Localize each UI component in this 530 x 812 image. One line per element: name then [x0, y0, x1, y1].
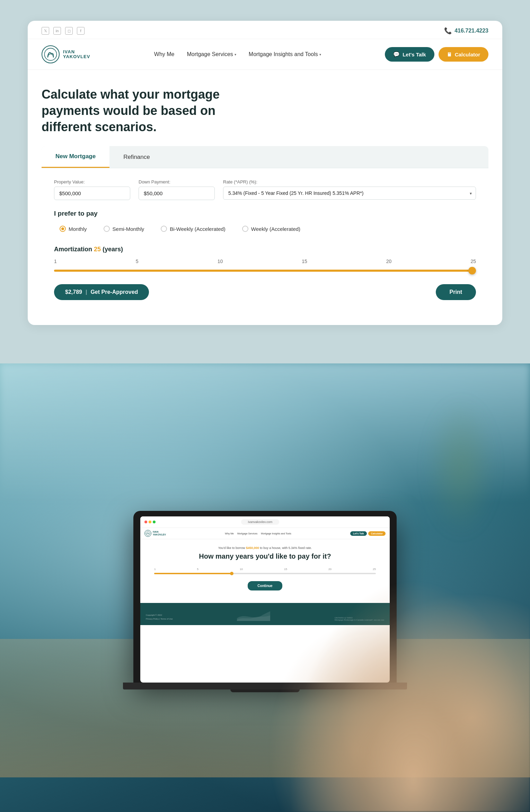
- logo-text: IVAN YAKOVLEV: [63, 49, 90, 60]
- rate-select[interactable]: 5.34% (Fixed - 5 Year Fixed (25 Yr. HR I…: [223, 187, 476, 200]
- laptop-scene: ivanvakovlev.com IVANYAKOVLEV: [123, 511, 407, 692]
- laptop-browser-header: ivanvakovlev.com: [140, 516, 390, 528]
- prefer-label: I prefer to pay: [54, 210, 476, 217]
- radio-monthly-dot: [60, 226, 66, 232]
- calculator-tabs: New Mortgage Refinance: [42, 146, 488, 168]
- amortization-value: 25: [94, 246, 101, 253]
- nav-links: Why Me Mortgage Services ▾ Mortgage Insi…: [154, 51, 321, 57]
- mini-logo-svg: [145, 531, 150, 536]
- hero-title: Calculate what your mortgage payments wo…: [42, 87, 249, 135]
- nav-why-me[interactable]: Why Me: [154, 51, 175, 57]
- laptop-stand: [230, 689, 300, 692]
- rate-label: Rate (*APR) (%):: [223, 179, 476, 184]
- option-bi-weekly[interactable]: Bi-Weekly (Accelerated): [155, 223, 231, 235]
- minimize-dot: [149, 521, 151, 523]
- weekly-label: Weekly (Accelerated): [251, 226, 300, 232]
- laptop-logo-mini: IVANYAKOVLEV: [144, 530, 166, 537]
- logo-name-bottom: YAKOVLEV: [63, 54, 90, 59]
- laptop-footer-wave-svg: [233, 607, 274, 621]
- laptop-footer: Copyright © 2022 Privacy Policy | Terms …: [140, 603, 390, 625]
- action-row: $2,789 | Get Pre-Approved Print: [54, 284, 476, 300]
- slider-labels: 1 5 10 15 20 25: [54, 259, 476, 264]
- nav-insights-tools[interactable]: Mortgage Insights and Tools ▾: [249, 51, 321, 57]
- mini-nav-why-me: Why Me: [225, 532, 234, 535]
- payment-frequency-group: Monthly Semi-Monthly Bi-Weekly (Accelera…: [54, 223, 476, 235]
- bi-weekly-label: Bi-Weekly (Accelerated): [170, 226, 226, 232]
- logo-circle: [42, 45, 60, 63]
- laptop-base: [123, 683, 407, 689]
- laptop-content: You'd like to borrow $450,000 to buy a h…: [140, 539, 390, 603]
- payment-amount: $2,789: [65, 289, 82, 295]
- property-value-label: Property Value:: [54, 179, 130, 184]
- pre-approved-label: Get Pre-Approved: [90, 289, 138, 295]
- pre-approved-button[interactable]: $2,789 | Get Pre-Approved: [54, 284, 149, 300]
- calc-icon: 🖩: [447, 52, 452, 57]
- mini-nav-insights: Mortgage Insights and Tools: [261, 532, 291, 535]
- laptop-slider-fill: [154, 573, 232, 574]
- calculator-button[interactable]: 🖩 Calculator: [439, 47, 488, 62]
- tab-refinance[interactable]: Refinance: [109, 146, 164, 168]
- facebook-icon[interactable]: f: [77, 27, 85, 35]
- option-monthly[interactable]: Monthly: [54, 223, 92, 235]
- svg-point-1: [146, 531, 150, 535]
- amortization-section: Amortization 25 (years) 1 5 10 15 20 25: [54, 246, 476, 273]
- phone-icon: 📞: [444, 27, 452, 35]
- laptop-outer: ivanvakovlev.com IVANYAKOVLEV: [133, 511, 397, 683]
- lets-talk-button[interactable]: 💬 Let's Talk: [385, 47, 434, 62]
- header-top-bar: 𝕏 in ◻ f 📞 416.721.4223: [28, 21, 502, 39]
- talk-icon: 💬: [393, 51, 400, 57]
- laptop-main-question: How many years you'd like to pay for it?: [151, 552, 379, 561]
- down-payment-input[interactable]: [139, 187, 215, 200]
- instagram-icon[interactable]: ◻: [65, 27, 73, 35]
- main-card: 𝕏 in ◻ f 📞 416.721.4223: [28, 21, 502, 325]
- phone-area: 📞 416.721.4223: [444, 27, 488, 35]
- laptop-footer-right: ONTARIO & TARIO Mortgage Brokerage in Ca…: [335, 617, 384, 621]
- radio-semi-monthly-dot: [104, 226, 110, 232]
- nav-bar: IVAN YAKOVLEV Why Me Mortgage Services ▾…: [28, 39, 502, 70]
- chevron-down-icon: ▾: [319, 53, 321, 56]
- maximize-dot: [153, 521, 156, 523]
- laptop-screen: ivanvakovlev.com IVANYAKOVLEV: [140, 516, 390, 683]
- tab-new-mortgage[interactable]: New Mortgage: [42, 146, 109, 168]
- logo-area: IVAN YAKOVLEV: [42, 45, 90, 63]
- mini-nav-buttons: Let's Talk Calculator: [350, 531, 386, 536]
- semi-monthly-label: Semi-Monthly: [113, 226, 144, 232]
- laptop-continue-button: Continue: [248, 581, 282, 590]
- property-value-field: Property Value:: [54, 179, 130, 200]
- mini-logo-text: IVANYAKOVLEV: [153, 531, 166, 536]
- social-icons-group: 𝕏 in ◻ f: [42, 27, 85, 35]
- laptop-subtitle: You'd like to borrow $450,000 to buy a h…: [151, 546, 379, 550]
- mini-nav-links: Why Me Mortgage Services Mortgage Insigh…: [225, 532, 291, 535]
- laptop-slider-track: [154, 573, 376, 574]
- option-semi-monthly[interactable]: Semi-Monthly: [98, 223, 150, 235]
- form-area: Property Value: Down Payment: Rate (*APR…: [42, 168, 488, 311]
- property-value-input[interactable]: [54, 187, 130, 200]
- nav-mortgage-services[interactable]: Mortgage Services ▾: [187, 51, 236, 57]
- url-bar: ivanvakovlev.com: [241, 519, 279, 525]
- down-payment-label: Down Payment:: [139, 179, 215, 184]
- radio-bi-weekly-dot: [161, 226, 167, 232]
- linkedin-icon[interactable]: in: [53, 27, 61, 35]
- print-button[interactable]: Print: [436, 284, 476, 300]
- divider: |: [86, 289, 87, 295]
- mini-talk-button: Let's Talk: [350, 531, 367, 536]
- amortization-title: Amortization 25 (years): [54, 246, 476, 253]
- radio-weekly-dot: [242, 226, 248, 232]
- laptop-amount-highlight: $450,000: [246, 546, 259, 550]
- form-row-inputs: Property Value: Down Payment: Rate (*APR…: [54, 179, 476, 200]
- phone-number[interactable]: 416.721.4223: [454, 28, 488, 34]
- laptop-mini-nav: IVANYAKOVLEV Why Me Mortgage Services Mo…: [140, 528, 390, 539]
- mini-logo-circle: [144, 530, 151, 537]
- mini-nav-services: Mortgage Services: [237, 532, 257, 535]
- svg-point-0: [44, 48, 56, 60]
- nav-buttons: 💬 Let's Talk 🖩 Calculator: [385, 47, 488, 62]
- top-section: 𝕏 in ◻ f 📞 416.721.4223: [0, 0, 530, 363]
- twitter-icon[interactable]: 𝕏: [42, 27, 49, 35]
- close-dot: [144, 521, 147, 523]
- rate-field: Rate (*APR) (%): 5.34% (Fixed - 5 Year F…: [223, 179, 476, 200]
- laptop-footer-left: Copyright © 2022 Privacy Policy | Terms …: [146, 613, 173, 621]
- amortization-slider[interactable]: [54, 270, 476, 272]
- blur-plant-effect: [426, 398, 495, 536]
- photo-section: ivanvakovlev.com IVANYAKOVLEV: [0, 363, 530, 812]
- option-weekly[interactable]: Weekly (Accelerated): [237, 223, 306, 235]
